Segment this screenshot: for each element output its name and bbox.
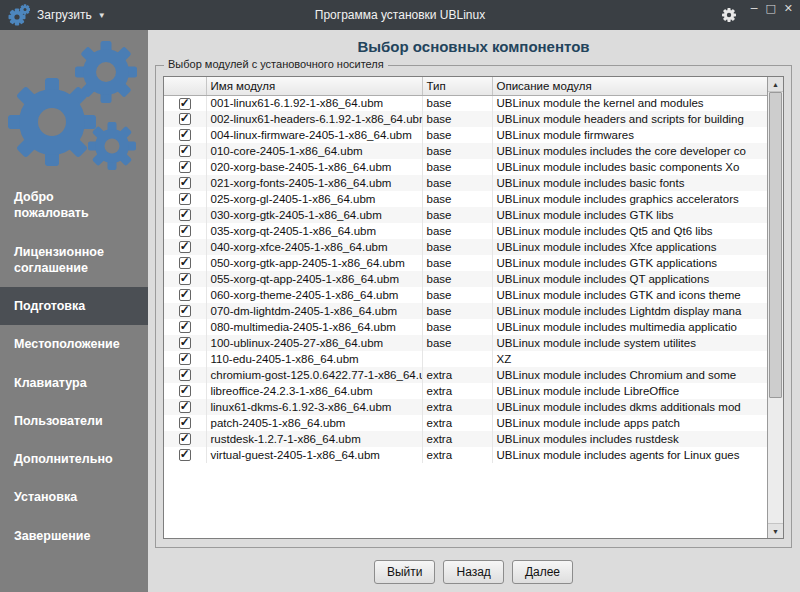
sidebar-item-additional[interactable]: Дополнительно: [0, 440, 148, 478]
table-row[interactable]: ✓ 080-multimedia-2405-1-x86_64.ubm base …: [164, 319, 767, 335]
scroll-down-icon[interactable]: ▼: [768, 523, 783, 538]
row-checkbox[interactable]: ✓: [179, 337, 191, 349]
table-row[interactable]: ✓ 001-linux61-6.1.92-1-x86_64.ubm base U…: [164, 95, 767, 111]
table-row[interactable]: ✓ 070-dm-lightdm-2405-1-x86_64.ubm base …: [164, 303, 767, 319]
scroll-up-icon[interactable]: ▲: [768, 77, 783, 92]
module-desc: UBLinux module includes GTK libs: [492, 207, 767, 223]
next-button[interactable]: Далее: [512, 560, 573, 584]
row-checkbox[interactable]: ✓: [179, 145, 191, 157]
row-checkbox[interactable]: ✓: [179, 113, 191, 125]
module-desc: UBLinux module include apps patch: [492, 415, 767, 431]
row-checkbox[interactable]: ✓: [179, 417, 191, 429]
module-type: base: [422, 127, 492, 143]
module-name: 021-xorg-fonts-2405-1-x86_64.ubm: [206, 175, 422, 191]
close-icon[interactable]: ✕: [784, 3, 793, 15]
table-row[interactable]: ✓ 055-xorg-qt-app-2405-1-x86_64.ubm base…: [164, 271, 767, 287]
module-table-frame: Имя модуля Тип Описание модуля ✓ 001-lin…: [163, 76, 784, 539]
module-name: 050-xorg-gtk-app-2405-1-x86_64.ubm: [206, 255, 422, 271]
row-checkbox[interactable]: ✓: [179, 161, 191, 173]
table-row[interactable]: ✓ 030-xorg-gtk-2405-1-x86_64.ubm base UB…: [164, 207, 767, 223]
module-desc: UBLinux modules includes rustdesk: [492, 431, 767, 447]
row-checkbox[interactable]: ✓: [179, 273, 191, 285]
sidebar-item-location[interactable]: Местоположение: [0, 325, 148, 363]
table-header-row: Имя модуля Тип Описание модуля: [164, 77, 767, 95]
row-checkbox[interactable]: ✓: [179, 289, 191, 301]
row-checkbox[interactable]: ✓: [179, 225, 191, 237]
row-checkbox[interactable]: ✓: [179, 385, 191, 397]
row-checkbox[interactable]: ✓: [179, 369, 191, 381]
scrollbar-thumb[interactable]: [769, 92, 782, 398]
check-icon: ✓: [180, 399, 190, 413]
row-checkbox[interactable]: ✓: [179, 449, 191, 461]
table-row[interactable]: ✓ 050-xorg-gtk-app-2405-1-x86_64.ubm bas…: [164, 255, 767, 271]
row-checkbox[interactable]: ✓: [179, 241, 191, 253]
check-icon: ✓: [180, 303, 190, 317]
sidebar-item-preparation[interactable]: Подготовка: [0, 287, 148, 325]
table-row[interactable]: ✓ virtual-guest-2405-1-x86_64.ubm extra …: [164, 447, 767, 463]
sidebar-item-label: Добро пожаловать: [14, 190, 89, 220]
table-row[interactable]: ✓ 060-xorg-theme-2405-1-x86_64.ubm base …: [164, 287, 767, 303]
module-table: Имя модуля Тип Описание модуля ✓ 001-lin…: [164, 77, 767, 463]
row-checkbox[interactable]: ✓: [179, 209, 191, 221]
exit-button[interactable]: Выйти: [374, 560, 436, 584]
sidebar-item-installation[interactable]: Установка: [0, 478, 148, 516]
table-row[interactable]: ✓ 035-xorg-qt-2405-1-x86_64.ubm base UBL…: [164, 223, 767, 239]
check-icon: ✓: [180, 319, 190, 333]
row-checkbox[interactable]: ✓: [179, 98, 191, 110]
module-type: base: [422, 95, 492, 111]
table-row[interactable]: ✓ rustdesk-1.2.7-1-x86_64.ubm extra UBLi…: [164, 431, 767, 447]
column-header-description[interactable]: Описание модуля: [492, 77, 767, 95]
module-name: 070-dm-lightdm-2405-1-x86_64.ubm: [206, 303, 422, 319]
settings-gear-button[interactable]: [721, 7, 737, 23]
table-row[interactable]: ✓ patch-2405-1-x86_64.ubm extra UBLinux …: [164, 415, 767, 431]
table-row[interactable]: ✓ 002-linux61-headers-6.1.92-1-x86_64.ub…: [164, 111, 767, 127]
row-checkbox[interactable]: ✓: [179, 305, 191, 317]
table-row[interactable]: ✓ 021-xorg-fonts-2405-1-x86_64.ubm base …: [164, 175, 767, 191]
table-row[interactable]: ✓ 004-linux-firmware-2405-1-x86_64.ubm b…: [164, 127, 767, 143]
maximize-icon[interactable]: □: [765, 3, 775, 15]
sidebar-nav: Добро пожаловатьЛицензионное соглашениеП…: [0, 178, 148, 555]
row-checkbox[interactable]: ✓: [179, 129, 191, 141]
module-desc: UBLinux module includes QT applications: [492, 271, 767, 287]
module-type: base: [422, 223, 492, 239]
vertical-scrollbar[interactable]: ▲ ▼: [767, 77, 783, 538]
module-groupbox: Выбор модулей с установочного носителя И…: [155, 65, 792, 548]
row-checkbox[interactable]: ✓: [179, 433, 191, 445]
module-desc: UBLinux modules includes the core develo…: [492, 143, 767, 159]
table-row[interactable]: ✓ 110-edu-2405-1-x86_64.ubm XZ: [164, 351, 767, 367]
scrollbar-track[interactable]: [768, 92, 783, 523]
row-checkbox[interactable]: ✓: [179, 353, 191, 365]
column-header-type[interactable]: Тип: [422, 77, 492, 95]
minimize-icon[interactable]: ─: [751, 3, 758, 15]
back-button[interactable]: Назад: [443, 560, 503, 584]
table-row[interactable]: ✓ libreoffice-24.2.3-1-x86_64.ubm extra …: [164, 383, 767, 399]
table-row[interactable]: ✓ 020-xorg-base-2405-1-x86_64.ubm base U…: [164, 159, 767, 175]
table-row[interactable]: ✓ 025-xorg-gl-2405-1-x86_64.ubm base UBL…: [164, 191, 767, 207]
module-desc: UBLinux module includes Qt5 and Qt6 libs: [492, 223, 767, 239]
row-checkbox[interactable]: ✓: [179, 257, 191, 269]
sidebar-item-finish[interactable]: Завершение: [0, 517, 148, 555]
check-icon: ✓: [180, 271, 190, 285]
load-button[interactable]: Загрузить ▼: [37, 8, 106, 22]
sidebar-item-welcome[interactable]: Добро пожаловать: [0, 178, 148, 233]
table-row[interactable]: ✓ 010-core-2405-1-x86_64.ubm base UBLinu…: [164, 143, 767, 159]
chevron-down-icon: ▼: [98, 11, 106, 20]
row-checkbox[interactable]: ✓: [179, 321, 191, 333]
sidebar-item-users[interactable]: Пользователи: [0, 402, 148, 440]
table-row[interactable]: ✓ linux61-dkms-6.1.92-3-x86_64.ubm extra…: [164, 399, 767, 415]
column-header-name[interactable]: Имя модуля: [206, 77, 422, 95]
sidebar-item-license[interactable]: Лицензионное соглашение: [0, 233, 148, 288]
module-type: base: [422, 207, 492, 223]
module-name: 055-xorg-qt-app-2405-1-x86_64.ubm: [206, 271, 422, 287]
table-row[interactable]: ✓ 040-xorg-xfce-2405-1-x86_64.ubm base U…: [164, 239, 767, 255]
module-name: 040-xorg-xfce-2405-1-x86_64.ubm: [206, 239, 422, 255]
table-row[interactable]: ✓ chromium-gost-125.0.6422.77-1-x86_64.u…: [164, 367, 767, 383]
module-desc: UBLinux module include LibreOffice: [492, 383, 767, 399]
column-header-check[interactable]: [164, 77, 206, 95]
row-checkbox[interactable]: ✓: [179, 401, 191, 413]
row-checkbox[interactable]: ✓: [179, 177, 191, 189]
table-row[interactable]: ✓ 100-ublinux-2405-27-x86_64.ubm base UB…: [164, 335, 767, 351]
module-name: patch-2405-1-x86_64.ubm: [206, 415, 422, 431]
sidebar-item-keyboard[interactable]: Клавиатура: [0, 364, 148, 402]
row-checkbox[interactable]: ✓: [179, 193, 191, 205]
